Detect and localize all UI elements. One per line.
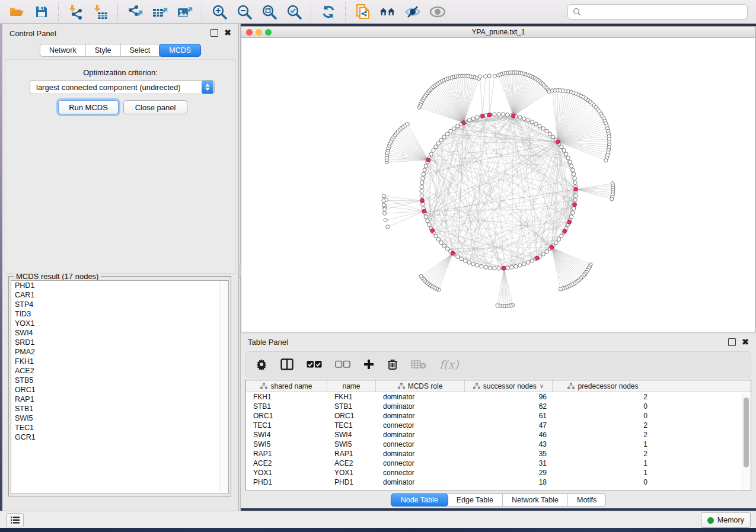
sort-indicator-icon: ∨: [540, 383, 544, 389]
tab-motifs[interactable]: Motifs: [568, 494, 605, 506]
import-network-icon[interactable]: [68, 4, 84, 20]
table-row[interactable]: SWI5SWI5connector431: [246, 440, 751, 449]
mcds-result-item[interactable]: PHD1: [11, 281, 228, 290]
column-namespace-icon: [473, 383, 480, 389]
table-row[interactable]: SWI4SWI4dominator462: [246, 430, 751, 440]
criterion-select[interactable]: largest connected component (undirected): [30, 80, 215, 94]
table-row[interactable]: ACE2ACE2connector311: [246, 459, 751, 468]
memory-button[interactable]: Memory: [701, 512, 751, 528]
mcds-result-item[interactable]: SRD1: [11, 338, 228, 347]
column-header-MCDS-role[interactable]: MCDS role: [376, 380, 465, 392]
select-all-checks-icon[interactable]: [307, 360, 322, 368]
float-panel-icon[interactable]: [210, 29, 218, 37]
tab-mcds[interactable]: MCDS: [159, 44, 201, 57]
close-panel-icon[interactable]: ✖: [224, 30, 231, 36]
table-row[interactable]: YOX1YOX1connector291: [246, 468, 751, 477]
mcds-result-item[interactable]: GCR1: [11, 432, 228, 442]
column-header-predecessor-nodes[interactable]: predecessor nodes: [553, 380, 653, 392]
table-row[interactable]: TEC1TEC1connector472: [246, 421, 751, 430]
refresh-layout-icon[interactable]: [320, 4, 337, 20]
mcds-result-item[interactable]: STB5: [11, 376, 228, 385]
new-network-from-selection-icon[interactable]: [355, 4, 371, 20]
add-column-icon[interactable]: [363, 359, 374, 370]
mcds-result-item[interactable]: YOX1: [11, 319, 228, 328]
column-header-successor-nodes[interactable]: successor nodes∨: [465, 380, 553, 392]
mcds-result-item[interactable]: ACE2: [11, 366, 228, 376]
column-header-shared-name[interactable]: shared name: [246, 380, 327, 392]
export-network-icon[interactable]: [127, 4, 143, 20]
cell-MCDS-role: connector: [376, 459, 465, 467]
mcds-result-item[interactable]: ORC1: [11, 385, 228, 395]
column-header-name[interactable]: name: [327, 380, 376, 392]
import-table-icon[interactable]: [92, 4, 109, 20]
show-all-icon[interactable]: [429, 4, 446, 20]
close-table-panel-icon[interactable]: ✖: [742, 339, 749, 345]
tab-edge-table[interactable]: Edge Table: [448, 494, 503, 506]
cell-name: YOX1: [327, 469, 376, 477]
mcds-result-item[interactable]: CAR1: [11, 290, 228, 300]
zoom-out-icon[interactable]: [236, 4, 253, 20]
table-row[interactable]: STB1STB1dominator620: [246, 402, 751, 411]
zoom-selected-icon[interactable]: [286, 4, 302, 20]
mcds-list-scrollbar[interactable]: [219, 281, 228, 493]
hide-selected-icon[interactable]: [404, 4, 421, 20]
mcds-result-item[interactable]: STB1: [11, 404, 228, 414]
mcds-result-title: MCDS result (17 nodes): [14, 272, 101, 281]
save-session-icon[interactable]: [33, 4, 50, 20]
float-table-panel-icon[interactable]: [728, 338, 736, 346]
first-neighbors-icon[interactable]: [379, 4, 396, 20]
export-table-icon[interactable]: [152, 4, 168, 20]
tab-network[interactable]: Network: [40, 44, 86, 56]
mcds-result-list[interactable]: PHD1CAR1STP4TID3YOX1SWI4SRD1PMA2FKH1ACE2…: [11, 280, 229, 494]
function-builder-icon[interactable]: f(x): [439, 358, 459, 371]
cell-name: ORC1: [327, 412, 376, 420]
cell-predecessor-nodes: 1: [553, 459, 653, 467]
mcds-result-item[interactable]: TID3: [11, 309, 228, 319]
network-window-title: YPA_prune.txt_1: [241, 28, 755, 36]
run-mcds-button[interactable]: Run MCDS: [58, 100, 119, 114]
network-graph[interactable]: [241, 38, 755, 332]
cell-successor-nodes: 62: [465, 402, 553, 411]
search-input[interactable]: [585, 7, 742, 17]
mcds-result-item[interactable]: FKH1: [11, 357, 228, 366]
column-label: MCDS role: [408, 382, 443, 390]
tab-select[interactable]: Select: [121, 44, 160, 56]
cell-successor-nodes: 61: [465, 412, 553, 420]
zoom-in-icon[interactable]: [211, 4, 228, 20]
tab-network-table[interactable]: Network Table: [503, 494, 568, 506]
mcds-result-item[interactable]: PMA2: [11, 347, 228, 357]
mcds-result-item[interactable]: TEC1: [11, 423, 228, 432]
table-row[interactable]: PHD1PHD1dominator180: [246, 477, 751, 487]
show-panels-button[interactable]: [6, 513, 24, 527]
zoom-fit-icon[interactable]: [261, 4, 277, 20]
delete-table-icon[interactable]: [411, 360, 426, 369]
export-image-icon[interactable]: [177, 4, 193, 20]
network-canvas[interactable]: [241, 38, 755, 332]
memory-label: Memory: [717, 516, 744, 524]
delete-columns-icon[interactable]: [387, 358, 398, 370]
deselect-all-checks-icon[interactable]: [335, 360, 350, 368]
tab-style[interactable]: Style: [86, 44, 121, 56]
column-namespace-icon: [260, 383, 267, 389]
table-row[interactable]: FKH1FKH1dominator962: [246, 392, 751, 402]
mcds-panel: Optimization criterion: largest connecte…: [5, 59, 236, 274]
table-row[interactable]: RAP1RAP1dominator352: [246, 449, 751, 459]
close-panel-button[interactable]: Close panel: [123, 100, 187, 114]
optimization-criterion-label: Optimization criterion:: [5, 68, 235, 77]
table-scrollbar-thumb[interactable]: [744, 398, 749, 467]
open-session-icon[interactable]: [8, 4, 25, 20]
table-scrollbar[interactable]: [742, 393, 750, 490]
mcds-result-item[interactable]: SWI4: [11, 328, 228, 338]
cell-name: RAP1: [327, 450, 376, 458]
mcds-result-item[interactable]: STP4: [11, 300, 228, 309]
column-label: name: [342, 382, 360, 390]
table-mode-gear-icon[interactable]: [256, 358, 267, 370]
tab-node-table[interactable]: Node Table: [391, 493, 448, 507]
table-row[interactable]: ORC1ORC1dominator610: [246, 411, 751, 421]
mcds-result-item[interactable]: RAP1: [11, 395, 228, 404]
network-window-titlebar[interactable]: YPA_prune.txt_1: [241, 27, 755, 38]
search-box[interactable]: [567, 4, 748, 20]
mcds-result-item[interactable]: SWI5: [11, 414, 228, 423]
show-columns-icon[interactable]: [280, 358, 294, 370]
cell-name: SWI5: [327, 440, 376, 448]
